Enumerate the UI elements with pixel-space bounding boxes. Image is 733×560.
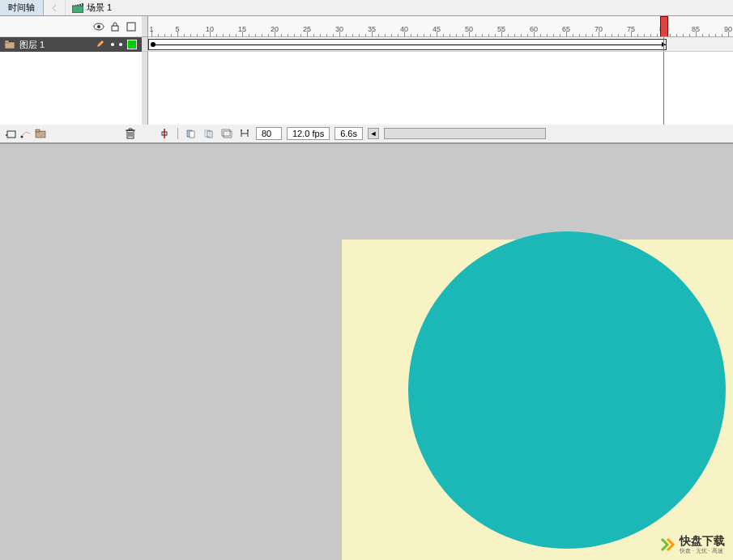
circle-shape[interactable] (408, 231, 726, 549)
center-frame-button[interactable] (158, 127, 171, 140)
svg-point-8 (21, 136, 23, 138)
frame-ruler[interactable]: 151015202530354045505560657075808590 (142, 16, 733, 37)
svg-rect-19 (224, 131, 232, 138)
arrow-left-icon (50, 4, 58, 12)
layer-spacer (0, 52, 142, 125)
svg-rect-5 (5, 42, 15, 49)
layer-icon (5, 40, 15, 49)
lock-dot[interactable] (119, 43, 122, 46)
layer-header (0, 16, 142, 37)
stage-area[interactable]: 快盘下载 快盘 · 无忧 · 高速 (0, 144, 733, 560)
scene-tab[interactable]: 场景 1 (66, 0, 118, 15)
timeline-area: 图层 1 15101520253035404550556065707580859… (0, 16, 733, 144)
clapperboard-icon (72, 3, 83, 13)
svg-rect-6 (5, 40, 9, 43)
svg-rect-7 (7, 131, 15, 138)
svg-rect-3 (112, 26, 118, 31)
svg-rect-18 (222, 129, 230, 136)
frames-empty-area (142, 52, 733, 125)
layer-row[interactable]: 图层 1 (0, 37, 142, 52)
scroll-left-button[interactable]: ◄ (368, 128, 379, 139)
watermark-logo-icon (659, 537, 675, 553)
svg-rect-0 (72, 6, 83, 13)
watermark: 快盘下载 快盘 · 无忧 · 高速 (659, 534, 725, 555)
horizontal-scrollbar[interactable] (384, 128, 546, 139)
pencil-icon (96, 40, 106, 49)
svg-rect-10 (36, 129, 40, 132)
frames-footer: 80 12.0 fps 6.6s ◄ (142, 125, 733, 142)
new-guide-button[interactable] (19, 127, 32, 140)
visibility-icon[interactable] (93, 21, 104, 32)
lock-icon[interactable] (109, 21, 121, 32)
new-folder-button[interactable] (34, 127, 47, 140)
top-tabs: 时间轴 场景 1 (0, 0, 733, 16)
new-layer-button[interactable] (5, 127, 18, 140)
ruler-grip (142, 16, 148, 36)
onion-skin-outlines-button[interactable] (202, 127, 215, 140)
back-button[interactable] (44, 0, 66, 15)
tween-arrow-icon (156, 45, 666, 45)
fps-field[interactable]: 12.0 fps (287, 127, 330, 140)
playhead[interactable] (660, 16, 668, 36)
layer-name: 图层 1 (19, 39, 92, 51)
layer-panel: 图层 1 (0, 16, 142, 142)
edit-multiple-frames-button[interactable] (220, 127, 233, 140)
svg-point-20 (241, 129, 242, 131)
modify-markers-button[interactable] (238, 127, 251, 140)
scene-label: 场景 1 (87, 2, 112, 14)
svg-point-2 (97, 25, 100, 28)
outline-icon[interactable] (126, 21, 137, 32)
stage-canvas[interactable] (342, 240, 733, 560)
delete-layer-button[interactable] (124, 127, 137, 140)
current-frame-field[interactable]: 80 (256, 127, 282, 140)
frames-track[interactable] (142, 37, 733, 52)
svg-rect-12 (164, 129, 165, 138)
visibility-dot[interactable] (111, 43, 114, 46)
layer-footer (0, 125, 142, 142)
watermark-subtitle: 快盘 · 无忧 · 高速 (680, 547, 725, 555)
onion-skin-button[interactable] (185, 127, 198, 140)
tween-span[interactable] (148, 39, 667, 50)
tab-timeline[interactable]: 时间轴 (0, 0, 44, 15)
layer-color-swatch[interactable] (127, 40, 137, 49)
svg-rect-4 (127, 23, 135, 31)
frames-panel: 151015202530354045505560657075808590 80 (142, 16, 733, 142)
svg-rect-15 (190, 131, 194, 138)
elapsed-field: 6.6s (335, 127, 363, 140)
svg-point-21 (247, 129, 249, 131)
layer-status-dots (111, 43, 122, 46)
